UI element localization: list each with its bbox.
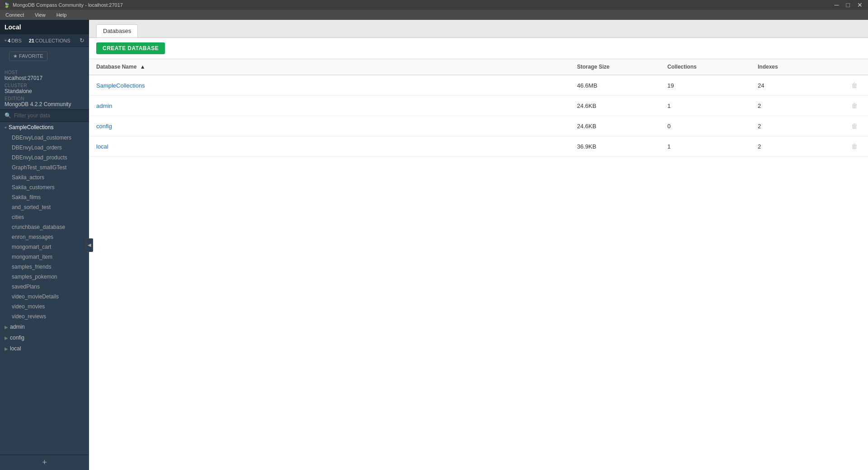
collection-item[interactable]: video_reviews <box>0 312 89 321</box>
db-header-sample-collections[interactable]: ▾ SampleCollections <box>0 122 89 133</box>
collection-item[interactable]: cities <box>0 212 89 222</box>
minimize-button[interactable]: ─ <box>833 1 841 9</box>
maximize-button[interactable]: □ <box>845 1 852 9</box>
search-input[interactable] <box>14 112 84 119</box>
window-controls: ─ □ ✕ <box>833 1 864 9</box>
sidebar-meta: HOST localhost:27017 CLUSTER Standalone … <box>0 65 89 109</box>
collection-item[interactable]: Sakila_actors <box>0 172 89 182</box>
table-header-row: Database Name ▲ Storage Size Collections… <box>89 59 868 75</box>
edition-value: MongoDB 4.2.2 Community <box>5 101 84 107</box>
db-collections-cell: 1 <box>660 96 751 116</box>
collection-item[interactable]: samples_pokemon <box>0 272 89 282</box>
table-row: SampleCollections 46.6MB 19 24 🗑 <box>89 75 868 96</box>
action-cell: 🗑 <box>841 116 868 136</box>
action-cell: 🗑 <box>841 96 868 116</box>
db-name-link[interactable]: local <box>96 143 108 150</box>
db-group-admin: ▶ admin <box>0 321 89 332</box>
collection-item[interactable]: mongomart_item <box>0 252 89 262</box>
delete-database-button[interactable]: 🗑 <box>849 121 860 130</box>
sidebar: Local ▾ 4 DBS 21 COLLECTIONS ↻ ★ FAVORIT… <box>0 20 89 470</box>
db-collections-cell: 1 <box>660 136 751 157</box>
db-storage-cell: 24.6KB <box>570 96 660 116</box>
create-database-button[interactable]: CREATE DATABASE <box>96 42 165 54</box>
collection-item[interactable]: Sakila_films <box>0 192 89 202</box>
delete-database-button[interactable]: 🗑 <box>849 101 860 110</box>
menu-view[interactable]: View <box>33 11 47 19</box>
menu-connect[interactable]: Connect <box>4 11 26 19</box>
collection-item[interactable]: mongomart_cart <box>0 242 89 252</box>
favorite-section: ★ FAVORITE <box>0 47 89 65</box>
sidebar-stats: ▾ 4 DBS 21 COLLECTIONS ↻ <box>0 34 89 47</box>
edition-label: EDITION <box>5 96 84 101</box>
host-label: HOST <box>5 70 84 75</box>
window-title: MongoDB Compass Community - localhost:27… <box>13 2 123 8</box>
delete-database-button[interactable]: 🗑 <box>849 142 860 151</box>
collection-item[interactable]: Sakila_customers <box>0 182 89 192</box>
stats-left: ▾ 4 DBS 21 COLLECTIONS <box>5 38 70 43</box>
db-storage-cell: 36.9KB <box>570 136 660 157</box>
table-row: local 36.9KB 1 2 🗑 <box>89 136 868 157</box>
db-collections-cell: 0 <box>660 116 751 136</box>
menu-bar: Connect View Help <box>0 10 868 20</box>
tab-databases[interactable]: Databases <box>96 24 138 37</box>
db-collections-cell: 19 <box>660 75 751 96</box>
collection-item[interactable]: crunchbase_database <box>0 222 89 232</box>
collection-item[interactable]: enron_messages <box>0 232 89 242</box>
db-name-link[interactable]: config <box>96 123 112 130</box>
db-group-local: ▶ local <box>0 343 89 354</box>
chevron-sample-collections-icon: ▾ <box>3 126 8 129</box>
table-row: config 24.6KB 0 2 🗑 <box>89 116 868 136</box>
col-header-collections: Collections <box>660 59 751 75</box>
db-group-sample-collections: ▾ SampleCollections DBEnvyLoad_customers… <box>0 122 89 321</box>
db-name-link[interactable]: SampleCollections <box>96 82 145 89</box>
main-content: Databases CREATE DATABASE Database Name … <box>89 20 868 470</box>
host-value: localhost:27017 <box>5 75 84 81</box>
db-storage-cell: 46.6MB <box>570 75 660 96</box>
db-indexes-cell: 2 <box>751 116 841 136</box>
col-header-db-name[interactable]: Database Name ▲ <box>89 59 570 75</box>
database-table: Database Name ▲ Storage Size Collections… <box>89 59 868 157</box>
delete-database-button[interactable]: 🗑 <box>849 81 860 90</box>
main-header: Databases <box>89 20 868 38</box>
db-header-config[interactable]: ▶ config <box>0 332 89 343</box>
db-group-config: ▶ config <box>0 332 89 343</box>
favorite-button[interactable]: ★ FAVORITE <box>9 51 47 61</box>
collection-item[interactable]: samples_friends <box>0 262 89 272</box>
db-name-cell: SampleCollections <box>89 75 570 96</box>
db-header-admin[interactable]: ▶ admin <box>0 321 89 332</box>
db-name-link[interactable]: admin <box>96 102 112 109</box>
collections-label: COLLECTIONS <box>35 38 70 43</box>
app-container: Local ▾ 4 DBS 21 COLLECTIONS ↻ ★ FAVORIT… <box>0 20 868 470</box>
collection-item[interactable]: savedPlans <box>0 282 89 292</box>
sort-indicator-icon: ▲ <box>140 64 145 70</box>
collection-item[interactable]: GraphTest_smallGTest <box>0 163 89 172</box>
collection-item[interactable]: video_movieDetails <box>0 292 89 302</box>
main-toolbar: CREATE DATABASE <box>89 38 868 59</box>
collection-item[interactable]: DBEnvyLoad_products <box>0 153 89 163</box>
col-header-storage: Storage Size <box>570 59 660 75</box>
action-cell: 🗑 <box>841 75 868 96</box>
collections-count: 21 <box>29 38 34 43</box>
db-name-cell: config <box>89 116 570 136</box>
sidebar-collapse-toggle[interactable]: ◀ <box>86 238 93 252</box>
db-name-admin: admin <box>10 324 25 330</box>
database-table-container: Database Name ▲ Storage Size Collections… <box>89 59 868 470</box>
col-header-action <box>841 59 868 75</box>
cluster-value: Standalone <box>5 88 84 94</box>
action-cell: 🗑 <box>841 136 868 157</box>
sidebar-nav: ▾ SampleCollections DBEnvyLoad_customers… <box>0 122 89 455</box>
refresh-button[interactable]: ↻ <box>80 37 84 44</box>
chevron-admin-icon: ▶ <box>5 325 8 330</box>
db-name-cell: admin <box>89 96 570 116</box>
collection-item[interactable]: DBEnvyLoad_orders <box>0 143 89 153</box>
db-indexes-cell: 2 <box>751 136 841 157</box>
add-connection-button[interactable]: + <box>0 455 89 470</box>
db-name-cell: local <box>89 136 570 157</box>
col-header-indexes: Indexes <box>751 59 841 75</box>
db-header-local[interactable]: ▶ local <box>0 343 89 354</box>
collection-item[interactable]: video_movies <box>0 302 89 312</box>
close-button[interactable]: ✕ <box>855 1 864 9</box>
menu-help[interactable]: Help <box>55 11 69 19</box>
collection-item[interactable]: and_sorted_test <box>0 202 89 212</box>
collection-item[interactable]: DBEnvyLoad_customers <box>0 133 89 143</box>
